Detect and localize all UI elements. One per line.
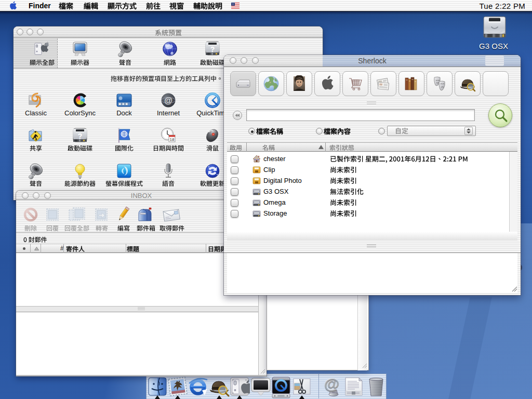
svg-text:?: ?	[210, 45, 215, 54]
svg-text:18: 18	[170, 137, 175, 142]
svg-text:?: ?	[78, 132, 83, 140]
svg-text:@: @	[164, 96, 172, 105]
